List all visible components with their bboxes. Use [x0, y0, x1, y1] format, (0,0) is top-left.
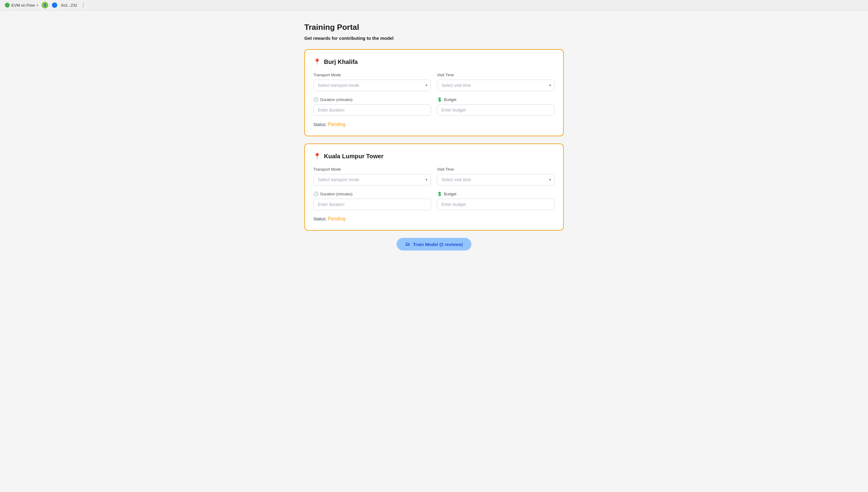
visit-time-label-2: Visit Time	[437, 167, 555, 172]
location-name-2: Kuala Lumpur Tower	[324, 153, 383, 160]
transport-mode-select-wrapper-2: Select transport mode Car Bus Train Walk…	[313, 174, 431, 186]
location-pin-icon-1: 📍	[313, 58, 321, 66]
status-row-1: Status: Pending	[313, 122, 555, 127]
duration-input-2[interactable]	[313, 199, 431, 210]
transport-mode-group-1: Transport Mode Select transport mode Car…	[313, 73, 431, 91]
transport-mode-select-2[interactable]: Select transport mode Car Bus Train Walk…	[313, 174, 431, 186]
duration-label-1: 🕐 Duration (minutes)	[313, 97, 431, 102]
budget-input-1[interactable]	[437, 104, 555, 116]
form-row-dropdowns-1: Transport Mode Select transport mode Car…	[313, 73, 555, 91]
transport-mode-select-wrapper-1: Select transport mode Car Bus Train Walk…	[313, 80, 431, 91]
avatar: 👤	[42, 2, 48, 8]
location-header-1: 📍 Burj Khalifa	[313, 58, 555, 66]
visit-time-select-1[interactable]: Select visit time Morning Afternoon Even…	[437, 80, 555, 91]
evm-section[interactable]: EVM on Flow ▾	[5, 3, 38, 7]
visit-time-select-wrapper-1: Select visit time Morning Afternoon Even…	[437, 80, 555, 91]
more-options-icon[interactable]: ⋮	[81, 2, 86, 8]
transport-mode-group-2: Transport Mode Select transport mode Car…	[313, 167, 431, 186]
evm-label: EVM on Flow	[11, 3, 35, 7]
train-model-button[interactable]: 🗂 Train Model (2 reviews)	[396, 238, 471, 250]
location-card-burj-khalifa: 📍 Burj Khalifa Transport Mode Select tra…	[304, 49, 564, 136]
location-pin-icon-2: 📍	[313, 152, 321, 160]
page-title: Training Portal	[304, 23, 564, 32]
visit-time-group-1: Visit Time Select visit time Morning Aft…	[437, 73, 555, 91]
dollar-icon-2: 💲	[437, 192, 442, 196]
duration-group-1: 🕐 Duration (minutes)	[313, 97, 431, 116]
clock-icon-1: 🕐	[313, 97, 318, 102]
budget-input-2[interactable]	[437, 199, 555, 210]
visit-time-select-2[interactable]: Select visit time Morning Afternoon Even…	[437, 174, 555, 186]
main-content: Training Portal Get rewards for contribu…	[298, 10, 570, 275]
duration-group-2: 🕐 Duration (minutes)	[313, 192, 431, 210]
form-row-inputs-2: 🕐 Duration (minutes) 💲 Budget	[313, 192, 555, 210]
page-subtitle: Get rewards for contributing to the mode…	[304, 35, 564, 41]
train-button-container: 🗂 Train Model (2 reviews)	[304, 238, 564, 250]
status-label-1: Status:	[313, 122, 327, 127]
transport-mode-select-1[interactable]: Select transport mode Car Bus Train Walk…	[313, 80, 431, 91]
budget-label-1: 💲 Budget	[437, 97, 555, 102]
dollar-icon-1: 💲	[437, 97, 442, 102]
meta-icon	[52, 2, 57, 8]
transport-mode-label-1: Transport Mode	[313, 73, 431, 77]
location-card-kuala-lumpur: 📍 Kuala Lumpur Tower Transport Mode Sele…	[304, 144, 564, 230]
train-model-label: Train Model (2 reviews)	[413, 242, 463, 247]
budget-label-2: 💲 Budget	[437, 192, 555, 196]
clock-icon-2: 🕐	[313, 192, 318, 196]
wallet-address[interactable]: 0x3...232	[61, 3, 77, 7]
status-value-1: Pending	[328, 122, 346, 127]
form-row-inputs-1: 🕐 Duration (minutes) 💲 Budget	[313, 97, 555, 116]
evm-chevron-icon: ▾	[37, 4, 38, 7]
evm-status-icon	[5, 3, 10, 7]
top-bar: EVM on Flow ▾ 👤 0x3...232 ⋮	[0, 0, 868, 10]
visit-time-label-1: Visit Time	[437, 73, 555, 77]
status-row-2: Status: Pending	[313, 216, 555, 222]
visit-time-group-2: Visit Time Select visit time Morning Aft…	[437, 167, 555, 186]
duration-input-1[interactable]	[313, 104, 431, 116]
budget-group-2: 💲 Budget	[437, 192, 555, 210]
form-row-dropdowns-2: Transport Mode Select transport mode Car…	[313, 167, 555, 186]
transport-mode-label-2: Transport Mode	[313, 167, 431, 172]
visit-time-select-wrapper-2: Select visit time Morning Afternoon Even…	[437, 174, 555, 186]
train-model-icon: 🗂	[405, 242, 410, 247]
location-name-1: Burj Khalifa	[324, 58, 358, 66]
duration-label-2: 🕐 Duration (minutes)	[313, 192, 431, 196]
budget-group-1: 💲 Budget	[437, 97, 555, 116]
status-value-2: Pending	[328, 216, 346, 221]
location-header-2: 📍 Kuala Lumpur Tower	[313, 152, 555, 160]
status-label-2: Status:	[313, 217, 327, 221]
